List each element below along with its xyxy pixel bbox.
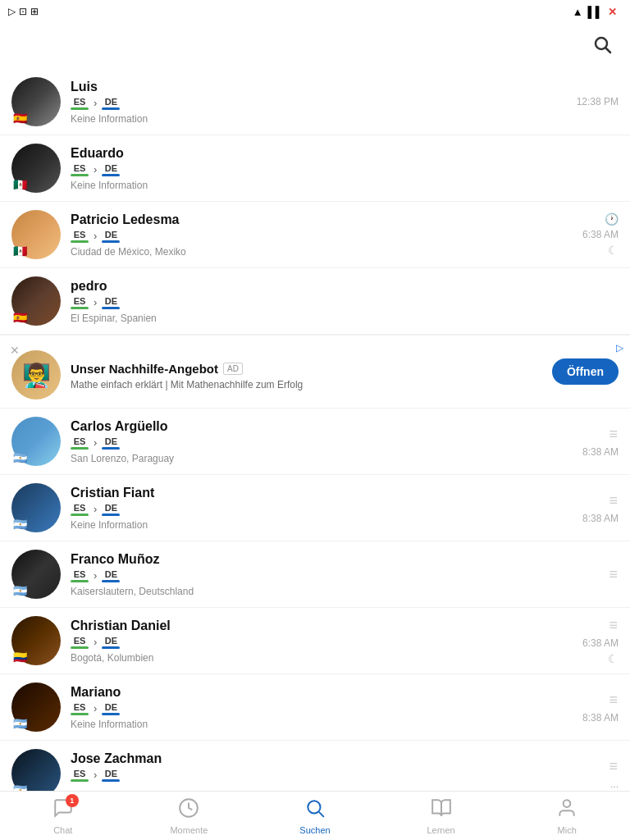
- svg-line-1: [606, 48, 611, 53]
- lang-to: DE: [102, 296, 120, 309]
- lang-from: ES: [71, 296, 89, 309]
- user-item[interactable]: 🇦🇷 Cristian Fiant ES › DE Keine Informat…: [0, 475, 630, 541]
- lang-bar-blue: [102, 779, 120, 782]
- lang-arrow-icon: ›: [94, 769, 97, 781]
- user-name: Jose Zachman: [71, 751, 569, 766]
- nav-icon-profile: [556, 797, 578, 824]
- ad-title-row: Unser Nachhilfe-Angebot AD: [71, 362, 544, 376]
- menu-icon[interactable]: ≡: [609, 426, 619, 443]
- nav-item-search[interactable]: Suchen: [252, 792, 378, 840]
- ad-close-button[interactable]: ✕: [7, 342, 23, 358]
- avatar-wrap: 🇲🇽: [11, 210, 61, 259]
- user-info: Eduardo ES › DE Keine Information: [71, 146, 569, 191]
- time-label: ...: [610, 778, 619, 790]
- lang-arrow-icon: ›: [94, 97, 97, 109]
- search-button[interactable]: [587, 30, 617, 59]
- user-location: El Espinar, Spanien: [71, 313, 569, 324]
- bottom-nav-items: 1 Chat Momente Suchen Lernen Mich: [0, 792, 630, 840]
- nav-label-search: Suchen: [299, 825, 330, 835]
- status-left: ▷ ⊡ ⊞: [8, 6, 39, 17]
- menu-icon[interactable]: ≡: [609, 758, 619, 775]
- user-meta: ≡6:38 AM☾: [569, 617, 619, 665]
- lang-row: ES › DE: [71, 163, 569, 176]
- lang-to-code: DE: [105, 230, 117, 240]
- lang-row: ES › DE: [71, 230, 569, 243]
- time-label: 6:38 AM: [582, 637, 619, 649]
- lang-from-code: ES: [74, 97, 86, 107]
- lang-row: ES › DE: [71, 296, 569, 309]
- flag-badge: 🇦🇷: [11, 516, 28, 532]
- lang-to-code: DE: [105, 503, 117, 513]
- lang-from-code: ES: [74, 569, 86, 579]
- menu-icon[interactable]: ≡: [609, 617, 619, 634]
- lang-to-code: DE: [105, 569, 117, 579]
- user-item[interactable]: 🇦🇷 Mariano ES › DE Keine Information ≡8:…: [0, 674, 630, 741]
- lang-arrow-icon: ›: [94, 636, 97, 648]
- user-item[interactable]: 🇨🇴 Christian Daniel ES › DE Bogotá, Kolu…: [0, 608, 630, 674]
- ad-description: Mathe einfach erklärt | Mit Mathenachhil…: [71, 379, 544, 390]
- nav-icon-search: [304, 797, 326, 824]
- lang-from: ES: [71, 769, 89, 782]
- user-location: Keine Information: [71, 180, 569, 191]
- menu-icon[interactable]: ≡: [609, 492, 619, 509]
- user-list-container: 🇪🇸 Luis ES › DE Keine Information 12:38 …: [0, 69, 630, 840]
- user-info: Jose Zachman ES › DE ...: [71, 751, 569, 797]
- lang-from-code: ES: [74, 163, 86, 173]
- sim-icon: ✕: [608, 6, 617, 18]
- nav-item-chat[interactable]: 1 Chat: [0, 792, 126, 840]
- avatar-wrap: 🇦🇷: [11, 682, 61, 732]
- nav-label-chat: Chat: [53, 825, 72, 835]
- user-location: Ciudad de México, Mexiko: [71, 246, 569, 258]
- lang-to: DE: [102, 163, 120, 176]
- nav-item-learn[interactable]: Lernen: [378, 792, 504, 840]
- user-name: Patricio Ledesma: [71, 212, 569, 227]
- moments-icon: [178, 797, 199, 819]
- ad-banner: ✕ ▷ 👨‍🏫 Unser Nachhilfe-Angebot AD Mathe…: [0, 335, 630, 409]
- lang-arrow-icon: ›: [94, 230, 97, 242]
- lang-arrow-icon: ›: [94, 702, 97, 714]
- moon-icon: ☾: [608, 652, 619, 665]
- avatar-wrap: 🇪🇸: [11, 276, 61, 326]
- nav-badge: 1: [66, 794, 79, 807]
- menu-icon[interactable]: ≡: [609, 566, 619, 583]
- user-info: Luis ES › DE Keine Information: [71, 80, 569, 125]
- lang-to: DE: [102, 97, 120, 110]
- user-item[interactable]: 🇪🇸 Luis ES › DE Keine Information 12:38 …: [0, 69, 630, 135]
- avatar-wrap: 🇨🇴: [11, 616, 61, 665]
- flag-badge: 🇪🇸: [11, 110, 28, 126]
- user-location: Keine Information: [71, 519, 569, 531]
- lang-from: ES: [71, 230, 89, 243]
- svg-line-4: [319, 811, 324, 816]
- user-item[interactable]: 🇦🇷 Carlos Argüello ES › DE San Lorenzo, …: [0, 409, 630, 475]
- user-item[interactable]: 🇲🇽 Eduardo ES › DE Keine Information: [0, 135, 630, 202]
- user-item[interactable]: 🇪🇸 pedro ES › DE El Espinar, Spanien: [0, 268, 630, 335]
- lang-bar-blue: [102, 174, 120, 176]
- svg-point-5: [564, 800, 571, 807]
- lang-bar-green: [71, 713, 89, 715]
- lang-to-code: DE: [105, 702, 117, 712]
- user-name: Cristian Fiant: [71, 486, 569, 500]
- lang-row: ES › DE: [71, 436, 569, 450]
- user-meta: ≡8:38 AM: [569, 492, 619, 524]
- ad-open-button[interactable]: Öffnen: [552, 358, 619, 385]
- user-item[interactable]: 🇦🇷 Franco Muñoz ES › DE Kaiserslautern, …: [0, 541, 630, 608]
- profile-icon: [556, 797, 578, 819]
- time-label: 8:38 AM: [582, 446, 619, 458]
- user-location: Bogotá, Kolumbien: [71, 652, 569, 664]
- user-name: Mariano: [71, 685, 569, 700]
- svg-point-3: [308, 801, 320, 813]
- user-meta: ≡: [569, 566, 619, 583]
- lang-to-code: DE: [105, 769, 117, 778]
- nav-item-profile[interactable]: Mich: [504, 792, 630, 840]
- flag-badge: 🇦🇷: [11, 715, 28, 732]
- user-item[interactable]: 🇲🇽 Patricio Ledesma ES › DE Ciudad de Mé…: [0, 202, 630, 268]
- time-label: 8:38 AM: [582, 513, 619, 524]
- lang-to: DE: [102, 436, 120, 450]
- user-name: Christian Daniel: [71, 619, 569, 633]
- menu-icon[interactable]: ≡: [609, 692, 619, 709]
- user-meta: ≡8:38 AM: [569, 692, 619, 724]
- lang-bar-green: [71, 514, 89, 516]
- lang-arrow-icon: ›: [94, 503, 97, 515]
- nav-item-moments[interactable]: Momente: [126, 792, 253, 840]
- ad-badge: AD: [223, 363, 243, 375]
